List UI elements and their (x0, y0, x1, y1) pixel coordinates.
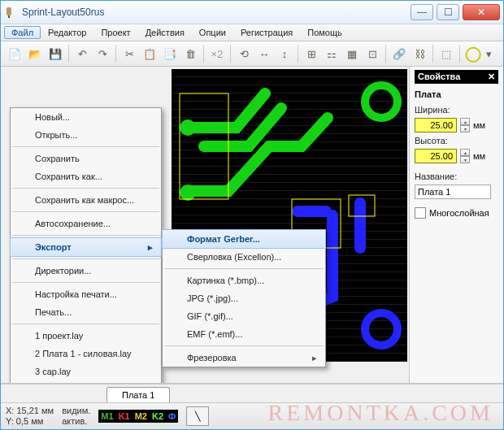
toolbar-button[interactable]: 📋 (141, 45, 159, 63)
export-emf[interactable]: EMF (*.emf)... (163, 325, 325, 343)
menu-project[interactable]: Проект (93, 26, 137, 39)
menu-printsetup[interactable]: Настройка печати... (11, 285, 161, 303)
toolbar-button[interactable]: 💾 (46, 45, 64, 63)
svg-point-2 (365, 85, 398, 118)
toolbar-button[interactable]: 🔗 (390, 45, 408, 63)
toolbar-button[interactable]: ×2 (208, 45, 226, 63)
menu-autosave[interactable]: Автосохранение... (11, 215, 161, 232)
toolbar-button[interactable]: ▦ (343, 45, 361, 63)
toolbar-button[interactable]: ↶ (73, 45, 91, 63)
menu-save[interactable]: Сохранить (11, 150, 161, 167)
maximize-button[interactable]: ☐ (437, 4, 459, 20)
board-title: Плата (415, 87, 498, 102)
close-button[interactable]: ✕ (463, 4, 500, 20)
menu-editor[interactable]: Редактор (41, 26, 93, 39)
canvas[interactable]: Новый... Открыть... Сохранить Сохранить … (1, 67, 410, 383)
unit-label: мм (473, 120, 485, 130)
menu-file[interactable]: Файл (4, 26, 41, 39)
export-milling[interactable]: Фрезеровка▸ (163, 349, 325, 367)
toolbar-button[interactable]: ⚏ (323, 45, 341, 63)
svg-rect-1 (8, 15, 10, 18)
toolbar-button[interactable]: ⊡ (363, 45, 381, 63)
properties-title: Свойства (418, 72, 460, 82)
menu-actions[interactable]: Действия (138, 26, 192, 39)
toolbar-button[interactable]: ⛓ (411, 45, 428, 63)
toolbar-button[interactable]: ↕ (276, 45, 293, 63)
window-title: Sprint-Layout50rus (22, 7, 407, 18)
name-label: Название: (415, 172, 498, 181)
export-bmp[interactable]: Картинка (*.bmp)... (163, 271, 325, 289)
menu-new[interactable]: Новый... (11, 108, 161, 126)
panel-close-icon[interactable]: ✕ (488, 72, 495, 82)
multilayer-label: Многослойная (429, 208, 489, 218)
toolbar-button[interactable]: ↔ (255, 45, 273, 63)
menu-saveas[interactable]: Сохранить как... (11, 167, 161, 185)
menu-export[interactable]: Экспорт▸ (10, 237, 162, 257)
toolbar-separator (298, 45, 298, 63)
tool-preview: ╲ (186, 406, 209, 426)
export-milling-label: Фрезеровка (187, 353, 237, 363)
menu-recent-1[interactable]: 1 проект.lay (11, 327, 161, 345)
width-value[interactable]: 25.00 (415, 118, 457, 132)
layer-Ф[interactable]: Ф (168, 411, 176, 421)
layer-K1[interactable]: K1 (119, 411, 130, 421)
tab-board-1[interactable]: Плата 1 (106, 387, 170, 402)
properties-header: Свойства✕ (415, 70, 498, 84)
menubar: Файл Редактор Проект Действия Опции Реги… (1, 24, 503, 41)
height-value[interactable]: 25.00 (415, 149, 457, 163)
toolbar-button[interactable]: 📑 (161, 45, 179, 63)
menu-recent-4[interactable]: 4 33.lay (11, 380, 161, 383)
layer-K2[interactable]: K2 (152, 411, 163, 421)
minimize-button[interactable]: — (411, 4, 433, 20)
properties-panel: Свойства✕ Плата Ширина: 25.00 ▴▾ мм Высо… (410, 67, 503, 383)
submenu-arrow-icon: ▸ (148, 242, 153, 253)
multilayer-checkbox[interactable] (415, 207, 426, 219)
dropdown-icon[interactable]: ▾ (484, 45, 493, 63)
toolbar-button[interactable]: 📂 (26, 45, 44, 63)
toolbar-separator (385, 45, 386, 63)
toolbar-button[interactable]: ⬚ (437, 45, 455, 63)
menu-recent-2[interactable]: 2 Плата 1 - силовая.lay (11, 345, 161, 363)
menu-open[interactable]: Открыть... (11, 126, 161, 144)
toolbar-button[interactable]: ⟲ (235, 45, 253, 63)
menu-print[interactable]: Печать... (11, 303, 161, 321)
height-spinner[interactable]: ▴▾ (460, 149, 470, 163)
export-gif[interactable]: GIF (*.gif)... (163, 307, 325, 325)
toolbar-button[interactable]: ↷ (93, 45, 111, 63)
menu-savemacro[interactable]: Сохранить как макрос... (11, 191, 161, 209)
app-window: Sprint-Layout50rus — ☐ ✕ Файл Редактор П… (0, 0, 504, 430)
menu-options[interactable]: Опции (192, 26, 233, 39)
board-name-input[interactable] (415, 185, 491, 199)
zoom-icon[interactable]: ◯ (464, 45, 482, 63)
menu-recent-3[interactable]: 3 cap.lay (11, 363, 161, 380)
toolbar-separator (115, 45, 116, 63)
layer-M2[interactable]: M2 (135, 411, 147, 421)
toolbar: 📄 📂 💾 ↶ ↷ ✂ 📋 📑 🗑 ×2 ⟲ ↔ ↕ ⊞ ⚏ ▦ ⊡ 🔗 ⛓ ⬚… (1, 41, 503, 67)
layer-indicators[interactable]: M1K1M2K2Ф (98, 410, 178, 423)
visible-label: видим. (62, 406, 90, 416)
width-label: Ширина: (415, 105, 498, 115)
export-excellon[interactable]: Сверловка (Excellon)... (163, 248, 325, 266)
menu-registration[interactable]: Регистрация (233, 26, 300, 39)
footer: Плата 1 X: 15,21 мм Y: 0,5 мм видим. акт… (1, 383, 503, 429)
export-gerber[interactable]: Формат Gerber... (162, 229, 326, 249)
height-label: Высота: (415, 136, 498, 146)
coordinates: X: 15,21 мм Y: 0,5 мм (6, 406, 54, 427)
unit-label: мм (473, 151, 485, 161)
titlebar[interactable]: Sprint-Layout50rus — ☐ ✕ (1, 1, 503, 24)
toolbar-button[interactable]: ✂ (120, 45, 138, 63)
coord-x: X: 15,21 мм (6, 406, 54, 416)
width-spinner[interactable]: ▴▾ (460, 118, 470, 132)
watermark: REMONTKA.COM (268, 400, 493, 426)
menu-help[interactable]: Помощь (300, 26, 350, 39)
toolbar-separator (203, 45, 204, 63)
toolbar-separator (432, 45, 433, 63)
layer-M1[interactable]: M1 (101, 411, 113, 421)
toolbar-button[interactable]: 🗑 (181, 45, 199, 63)
toolbar-button[interactable]: 📄 (6, 45, 24, 63)
export-submenu: Формат Gerber... Сверловка (Excellon)...… (162, 229, 326, 367)
export-jpg[interactable]: JPG (*.jpg)... (163, 289, 325, 307)
layer-state: видим. актив. (62, 406, 90, 427)
menu-directories[interactable]: Директории... (11, 262, 161, 280)
toolbar-button[interactable]: ⊞ (302, 45, 320, 63)
